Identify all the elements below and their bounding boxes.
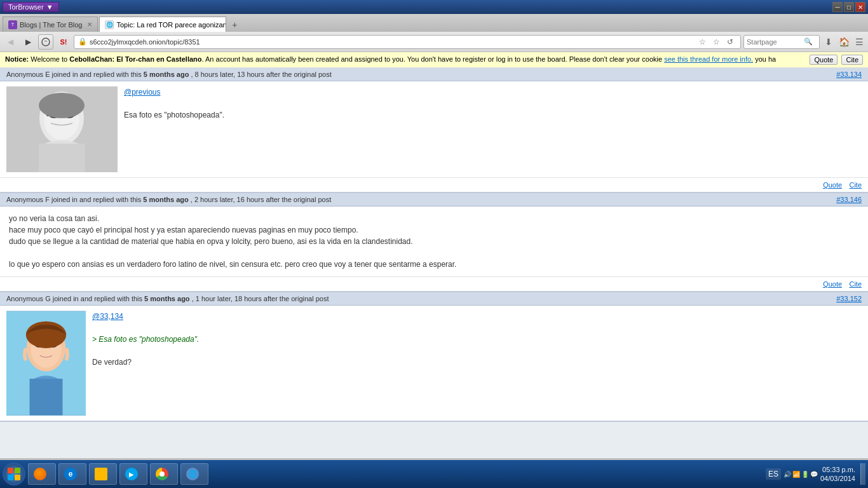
bookmark-star2-icon[interactable]: ☆ [710,36,722,48]
post-f-footer: Quote Cite [0,276,868,291]
notice-link[interactable]: see this thread for more info. [664,55,753,63]
main-content[interactable]: Anonymous E joined in and replied with t… [0,68,868,458]
settings-icon[interactable]: ☰ [853,36,865,48]
post-g-user: Anonymous G [6,295,51,302]
post-g-time: 5 months ago [144,295,190,302]
tab-topic[interactable]: 🌐 Topic: La red TOR parece agonizante ..… [99,17,226,32]
tab-bar: T Blogs | The Tor Blog ✕ 🌐 Topic: La red… [0,14,868,32]
tab-favicon-topic: 🌐 [105,20,114,29]
post-e-ref[interactable]: @previous [124,88,161,97]
home-nav-icon[interactable]: 🏠 [837,36,850,48]
post-e-body: @previous Esa foto es "photoshopeada". [0,81,868,177]
forward-button[interactable]: ▶ [20,34,36,50]
notice-bar: Notice: Welcome to CebollaChan: El Tor-c… [0,52,868,68]
post-e-user: Anonymous E [6,71,50,78]
post-g-ref[interactable]: @33,134 [92,312,123,321]
post-g-header: Anonymous G joined in and replied with t… [0,292,868,306]
post-g-time-detail: , 1 hour later, 18 hours after the origi… [192,295,329,302]
post-e-meta: Anonymous E joined in and replied with t… [6,71,332,78]
post-e-quote[interactable]: Quote [823,181,842,189]
post-g-meta: Anonymous G joined in and replied with t… [6,295,329,302]
minimize-button[interactable]: ─ [832,2,843,12]
downloads-icon[interactable]: ⬇ [822,36,835,48]
maximize-button[interactable]: □ [844,2,854,12]
post-e: Anonymous E joined in and replied with t… [0,68,868,193]
post-g-num-link[interactable]: #33,152 [836,295,862,302]
post-e-content: Esa foto es "photoshopeada". [124,111,224,119]
bookmark-star-icon[interactable]: ☆ [696,36,709,48]
post-f-line2: hace muy poco que cayó el principal host… [9,224,859,236]
back-button[interactable]: ◀ [3,34,18,50]
notice-cite-button[interactable]: Cite [841,55,863,65]
color-girl-image [6,311,86,416]
tab-label-blogs: Blogs | The Tor Blog [20,21,82,29]
title-bar: TorBrowser ▼ ─ □ ✕ [0,0,868,14]
tab-close-blogs[interactable]: ✕ [87,21,92,28]
notice-text: Notice: Welcome to CebollaChan: El Tor-c… [5,55,776,64]
post-f-line4: lo que yo espero con ansias es un verdad… [9,259,859,270]
post-e-text: @previous Esa foto es "photoshopeada". [124,86,862,172]
post-g-verb: joined in and replied with this [53,295,144,302]
post-e-num-link[interactable]: #33,134 [836,71,862,78]
post-g-num: #33,152 [832,295,862,302]
notice-quote-button[interactable]: Quote [810,55,837,65]
post-e-time: 5 months ago [144,71,189,78]
url-text: s6cco2jylmxqcdeh.onion/topic/8351 [90,38,693,46]
post-f-header: Anonymous F joined in and replied with t… [0,193,868,207]
close-button[interactable]: ✕ [855,2,865,12]
title-bar-left: TorBrowser ▼ [3,2,59,12]
post-f-verb: joined in and replied with this [51,196,143,203]
url-bar-icons: ☆ ☆ ↺ [696,36,736,48]
post-g-content: De verdad? [92,358,132,367]
notice-welcome: Welcome to [31,55,69,63]
post-f-line1: yo no veria la cosa tan asi. [9,213,859,224]
nav-bar: ◀ ▶ S! 🔒 s6cco2jylmxqcdeh.onion/topic/83… [0,32,868,52]
post-f-text: yo no veria la cosa tan asi. hace muy po… [9,213,859,270]
search-icon[interactable]: 🔍 [804,37,813,46]
post-f-body: yo no veria la cosa tan asi. hace muy po… [0,207,868,276]
svg-rect-20 [30,379,63,416]
notice-extra: you ha [755,55,776,63]
post-f-quote[interactable]: Quote [823,280,842,288]
post-e-num: #33,134 [832,71,862,78]
url-bar[interactable]: 🔒 s6cco2jylmxqcdeh.onion/topic/8351 ☆ ☆ … [74,35,741,49]
post-f-cite[interactable]: Cite [849,280,862,288]
post-f-user: Anonymous F [6,196,50,203]
post-f-time-detail: , 2 hours later, 16 hours after the orig… [191,196,331,203]
post-f-time: 5 months ago [143,196,189,203]
svg-point-0 [42,38,50,46]
post-f-meta: Anonymous F joined in and replied with t… [6,196,331,203]
s1-button[interactable]: S! [56,34,71,50]
notice-site-name: CebollaChan: El Tor-chan en Castellano [69,55,201,63]
svg-point-10 [39,93,85,118]
search-bar[interactable]: 🔍 [743,35,820,49]
post-e-time-detail: , 8 hours later, 13 hours after the orig… [191,71,331,78]
new-tab-button[interactable]: + [227,18,241,32]
post-e-cite[interactable]: Cite [849,181,862,189]
post-g-text: @33,134 > Esa foto es "photoshopeada". D… [92,311,862,416]
bw-girl-image [6,86,118,172]
tab-favicon-tor: T [8,20,17,29]
lock-icon: 🔒 [78,37,87,46]
tor-browser-menu-button[interactable]: TorBrowser ▼ [3,2,59,12]
tab-blogs[interactable]: T Blogs | The Tor Blog ✕ [3,17,98,32]
post-g: Anonymous G joined in and replied with t… [0,292,868,422]
tab-label-topic: Topic: La red TOR parece agonizante ... [116,21,226,29]
post-f-num: #33,146 [832,196,862,203]
reload-button[interactable]: ↺ [724,36,736,48]
notice-actions: Quote Cite [810,55,863,65]
post-f-line3: dudo que se llegue a la cantidad de mate… [9,236,859,247]
post-g-quote-text: > Esa foto es "photoshopeada". [92,335,199,344]
post-e-avatar [6,86,118,172]
search-input[interactable] [747,38,804,46]
post-e-footer: Quote Cite [0,177,868,192]
post-f: Anonymous F joined in and replied with t… [0,193,868,292]
home-button[interactable] [38,34,53,50]
post-f-num-link[interactable]: #33,146 [836,196,862,203]
window-controls: ─ □ ✕ [832,2,865,12]
notice-body: . An account has automatically been crea… [202,55,663,63]
notice-label: Notice: [5,55,29,63]
svg-rect-11 [39,144,85,172]
post-g-body: @33,134 > Esa foto es "photoshopeada". D… [0,306,868,421]
dropdown-arrow-icon: ▼ [46,3,53,11]
